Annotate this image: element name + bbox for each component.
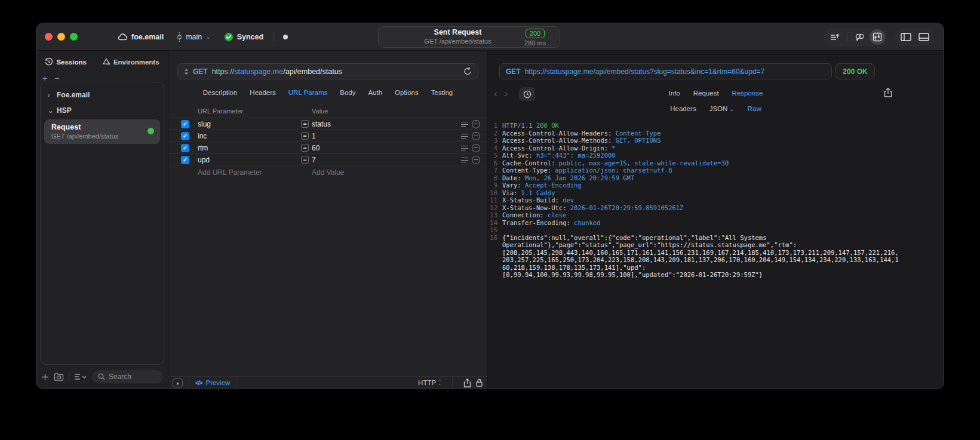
lock-icon[interactable]: [476, 379, 483, 387]
param-enabled-checkbox[interactable]: ✓: [181, 156, 189, 164]
multiline-icon[interactable]: [461, 122, 468, 127]
back-button[interactable]: ‹: [494, 88, 497, 100]
synced-check-icon: [224, 32, 234, 42]
tab-info[interactable]: Info: [669, 90, 680, 97]
line-number: 16: [488, 234, 497, 279]
request-method[interactable]: GET: [193, 67, 208, 76]
chevron-down-icon: ⌄: [729, 106, 734, 112]
response-header-line: 3Access-Control-Allow-Methods: GET, OPTI…: [488, 137, 899, 144]
tab-url-params[interactable]: URL Params: [288, 89, 327, 96]
remove-param-button[interactable]: [472, 156, 480, 164]
group-foe-email[interactable]: › Foe.email: [41, 87, 164, 103]
expand-panel-button[interactable]: ▴: [173, 379, 183, 387]
param-name[interactable]: slug: [198, 120, 211, 128]
forward-button[interactable]: ›: [505, 88, 508, 100]
tab-headers[interactable]: Headers: [250, 89, 275, 96]
tab-environments[interactable]: Environments: [102, 58, 159, 66]
toggle-bottom-panel-button[interactable]: [916, 29, 932, 45]
footer-separator-3: [452, 377, 453, 389]
remove-param-button[interactable]: [472, 132, 480, 140]
response-header-line: 2Access-Control-Allow-Headers: Content-T…: [488, 130, 899, 137]
branch-menu[interactable]: main ⌄: [177, 32, 210, 42]
tab-description[interactable]: Description: [203, 89, 238, 96]
line-number: 5: [488, 152, 497, 159]
group-hsp[interactable]: ⌄ HSP: [41, 103, 164, 118]
sync-status[interactable]: Synced: [224, 32, 263, 42]
response-body-text: {"incidents":null,"overall":{"code":"ope…: [497, 234, 899, 279]
response-header-line: 9Vary: Accept-Encoding: [488, 181, 899, 189]
sidebar: Sessions Environments + −: [36, 51, 168, 389]
response-body: 16{"incidents":null,"overall":{"code":"o…: [488, 234, 899, 279]
header-line-text: Content-Type: application/json; charset=…: [497, 167, 672, 174]
add-request-icon[interactable]: [41, 373, 49, 381]
raw-response-view[interactable]: 1HTTP/1.1 200 OK2Access-Control-Allow-He…: [488, 122, 899, 389]
param-name[interactable]: rtm: [198, 144, 208, 152]
view-tab-json[interactable]: JSON⌄: [709, 105, 735, 112]
preview-label: Preview: [205, 379, 230, 386]
hooks-button[interactable]: [852, 29, 867, 45]
response-url-box[interactable]: GET https://statuspage.me/api/embed/stat…: [499, 63, 832, 79]
requests-tree-panel: › Foe.email ⌄ HSP Request GET /api/embed…: [40, 82, 164, 365]
param-value[interactable]: status: [312, 120, 331, 128]
protocol-select[interactable]: HTTP ⌃⌄: [418, 379, 441, 386]
request-url-bar[interactable]: GET https://statuspage.me/api/embed/stat…: [177, 63, 478, 79]
tab-request[interactable]: Request: [693, 90, 719, 97]
tab-options[interactable]: Options: [395, 89, 419, 96]
param-name[interactable]: upd: [198, 156, 210, 164]
param-value[interactable]: 1: [312, 132, 316, 140]
toggle-left-panel-button[interactable]: [898, 29, 914, 45]
param-enabled-checkbox[interactable]: ✓: [181, 132, 189, 140]
multiline-icon[interactable]: [461, 146, 468, 151]
minimize-window-button[interactable]: [57, 33, 65, 41]
request-list-button[interactable]: [827, 29, 843, 45]
sort-options-icon[interactable]: [74, 373, 87, 380]
titlebar-separator: [273, 32, 274, 41]
url-path: /api/embed/status: [283, 67, 342, 76]
multiline-icon[interactable]: [461, 134, 468, 139]
import-export-button[interactable]: [870, 29, 885, 45]
view-tab-headers[interactable]: Headers: [670, 105, 696, 112]
response-nav-bar: ‹ › Info Request Response: [488, 87, 944, 102]
history-button[interactable]: [519, 87, 535, 101]
header-line-text: Alt-Svc: h3=":443"; ma=2592000: [497, 152, 616, 159]
tab-sessions[interactable]: Sessions: [45, 58, 87, 66]
project-menu[interactable]: foe.email: [117, 33, 164, 41]
request-url[interactable]: https://statuspage.me/api/embed/status: [212, 67, 459, 76]
chevron-down-icon: ⌄: [48, 107, 53, 115]
sent-request-summary[interactable]: Sent Request GET /api/embed/status 200 2…: [378, 26, 560, 48]
view-tab-raw[interactable]: Raw: [748, 105, 761, 112]
tab-response[interactable]: Response: [732, 90, 763, 97]
response-header-line: 4Access-Control-Allow-Origin: *: [488, 144, 899, 152]
import-export-icon: [873, 32, 882, 42]
tab-testing[interactable]: Testing: [431, 89, 453, 96]
close-window-button[interactable]: [45, 33, 53, 41]
tab-body[interactable]: Body: [340, 89, 355, 96]
tab-auth[interactable]: Auth: [368, 89, 382, 96]
response-header-line: 5Alt-Svc: h3=":443"; ma=2592000: [488, 152, 899, 159]
request-editor-footer: ▴ </> Preview HTTP ⌃⌄: [168, 376, 487, 389]
request-summary-subtitle: GET /api/embed/status: [399, 38, 517, 46]
search-input[interactable]: Search: [92, 370, 163, 383]
response-body-line: [0,99.94,100,99.93,99.98,99.95,100],"upd…: [502, 271, 899, 279]
add-param-name-placeholder[interactable]: Add URL Parameter: [198, 168, 262, 177]
remove-param-button[interactable]: [472, 120, 480, 128]
method-stepper-icon[interactable]: [184, 68, 189, 75]
request-list-item-selected[interactable]: Request GET /api/embed/status: [44, 119, 160, 144]
param-enabled-checkbox[interactable]: ✓: [181, 120, 189, 128]
response-body-line: {"incidents":null,"overall":{"code":"ope…: [502, 234, 899, 242]
param-enabled-checkbox[interactable]: ✓: [181, 144, 189, 152]
add-param-value-placeholder[interactable]: Add Value: [312, 168, 345, 177]
export-response-button[interactable]: [884, 88, 892, 97]
param-value[interactable]: 7: [312, 156, 316, 164]
share-icon[interactable]: [463, 379, 471, 387]
send-refresh-icon[interactable]: [463, 67, 472, 76]
add-param-row[interactable]: Add URL Parameter Add Value: [168, 165, 487, 179]
param-name[interactable]: inc: [198, 132, 207, 140]
preview-button[interactable]: </> Preview: [195, 379, 230, 386]
multiline-icon[interactable]: [461, 158, 468, 163]
url-host: statuspage.me: [234, 67, 283, 76]
param-value[interactable]: 60: [312, 144, 320, 152]
remove-param-button[interactable]: [472, 144, 480, 152]
zoom-window-button[interactable]: [70, 33, 78, 41]
new-folder-icon[interactable]: [54, 373, 64, 381]
